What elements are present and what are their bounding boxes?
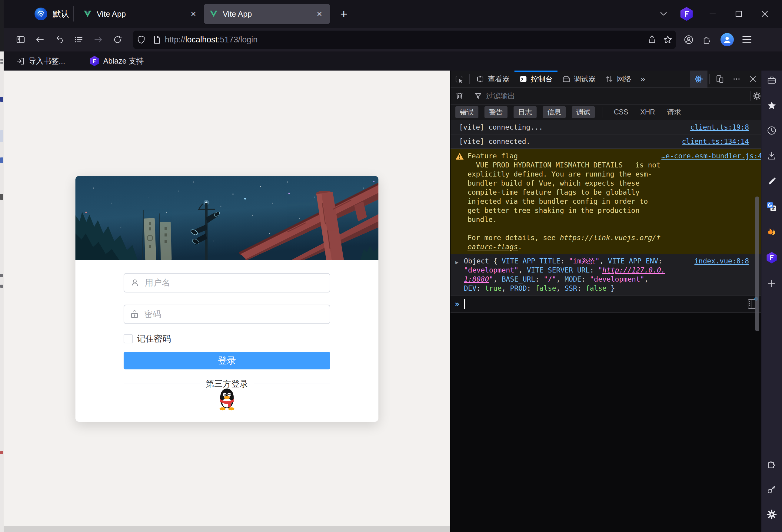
filter-xhr[interactable]: XHR [640, 108, 655, 116]
filter-errors[interactable]: 错误 [455, 106, 478, 118]
clear-console-icon[interactable] [451, 92, 467, 100]
responsive-mode-icon[interactable] [711, 71, 728, 87]
google-translate-icon[interactable] [767, 202, 777, 212]
tab-bar: 默认 Vite App × Vite App × + [4, 0, 782, 28]
new-tab-button[interactable]: + [336, 8, 351, 20]
console-settings-gear-icon[interactable] [753, 92, 761, 100]
undo-back-icon[interactable] [51, 31, 68, 48]
username-input[interactable] [144, 278, 330, 288]
console-message-row: [vite] connected. client.ts:134:14 [451, 135, 761, 149]
bookmarks-star-icon[interactable] [767, 101, 777, 111]
filter-requests[interactable]: 请求 [667, 108, 681, 117]
tab-debugger[interactable]: 调试器 [558, 71, 601, 87]
profile-button[interactable]: 默认 [34, 7, 69, 21]
shield-icon[interactable] [133, 32, 149, 47]
sidebar-toggle-icon[interactable] [12, 31, 29, 48]
tab-inspector[interactable]: 查看器 [471, 71, 514, 87]
filter-css[interactable]: CSS [614, 108, 628, 116]
filter-logs[interactable]: 日志 [513, 106, 537, 118]
vue-devtools-icon[interactable] [690, 71, 707, 87]
console-input-row[interactable]: » [451, 296, 761, 313]
profile-label: 默认 [53, 8, 69, 20]
share-icon[interactable] [644, 32, 660, 47]
filter-debug[interactable]: 调试 [572, 106, 595, 118]
ablaze-floorp-icon[interactable] [766, 252, 777, 263]
url-bar[interactable]: http://localhost:5173/login [133, 31, 676, 49]
tab-title: Vite App [223, 9, 309, 19]
floorp-logo-icon[interactable] [680, 7, 694, 21]
tab-network[interactable]: 网络 [601, 71, 636, 87]
url-text[interactable]: http://localhost:5173/login [165, 35, 644, 44]
object-preview[interactable]: Object { VITE_APP_TITLE: "im系统", VITE_AP… [460, 257, 669, 293]
source-link[interactable]: …e-core.esm-bundler.js:4285:12 [662, 151, 761, 160]
tab-label: 调试器 [574, 74, 596, 84]
forward-icon[interactable] [90, 31, 107, 48]
tab-close-icon[interactable]: × [314, 9, 324, 19]
warning-icon [455, 152, 464, 160]
tab-close-icon[interactable]: × [188, 9, 199, 19]
extensions-puzzle-icon[interactable] [702, 35, 712, 44]
url-host: localhost [185, 35, 218, 44]
list-menu-icon[interactable] [70, 31, 87, 48]
ablaze-icon [90, 56, 100, 66]
pick-element-icon[interactable] [451, 71, 467, 87]
account-icon[interactable] [683, 35, 694, 45]
console-output: [vite] connecting... client.ts:19:8 [vit… [451, 120, 761, 532]
console-prompt-icon: » [455, 299, 460, 309]
downloads-icon[interactable] [767, 151, 777, 161]
settings-gear-icon[interactable] [767, 509, 777, 520]
devtools-scrollbar[interactable] [755, 196, 759, 331]
profile-avatar[interactable] [720, 33, 734, 46]
password-field[interactable] [123, 305, 330, 324]
bookmark-label: Ablaze 支持 [103, 56, 144, 66]
passwords-key-icon[interactable] [767, 485, 777, 494]
password-input[interactable] [144, 309, 330, 319]
expand-object-icon[interactable]: ▶ [455, 257, 460, 267]
app-menu-icon[interactable] [742, 36, 751, 43]
tab-label: 控制台 [531, 74, 553, 84]
bookmark-import[interactable]: 导入书签... [14, 55, 68, 67]
navigation-toolbar: http://localhost:5173/login [4, 28, 782, 51]
login-button[interactable]: 登录 [123, 352, 330, 369]
close-window-button[interactable] [758, 7, 772, 21]
minimize-button[interactable] [706, 7, 720, 21]
bookmark-ablaze[interactable]: Ablaze 支持 [87, 55, 146, 68]
sidebar-extensions-icon[interactable] [767, 459, 777, 469]
bookmarks-toolbar: 导入书签... Ablaze 支持 [4, 51, 782, 71]
qq-login-icon[interactable] [216, 388, 238, 411]
tab-console[interactable]: 控制台 [514, 71, 558, 87]
remember-checkbox[interactable] [123, 334, 133, 343]
username-field[interactable] [123, 273, 330, 293]
source-link[interactable]: index.vue:8:8 [669, 257, 749, 266]
history-clock-icon[interactable] [767, 126, 777, 135]
console-level-filters: 错误 警告 日志 信息 调试 CSS XHR 请求 [451, 105, 761, 120]
login-card: 记住密码 登录 第三方登录 [75, 176, 379, 422]
source-link[interactable]: client.ts:19:8 [669, 123, 749, 132]
toolbox-icon[interactable] [767, 76, 777, 85]
vue-favicon [209, 10, 218, 18]
notes-pencil-icon[interactable] [767, 177, 777, 186]
text-caret [464, 299, 465, 309]
devtools-menu-icon[interactable] [728, 71, 745, 87]
source-link[interactable]: client.ts:134:14 [669, 137, 749, 146]
filter-warnings[interactable]: 警告 [485, 106, 507, 118]
maximize-button[interactable] [732, 7, 746, 21]
user-icon [130, 278, 139, 287]
list-all-tabs-icon[interactable] [660, 10, 668, 18]
reload-icon[interactable] [109, 31, 126, 48]
close-devtools-icon[interactable] [745, 71, 761, 87]
fire-icon[interactable] [767, 227, 777, 237]
devtools-panel: 查看器 控制台 调试器 网络 » [450, 71, 761, 532]
console-message: [vite] connecting... [455, 123, 669, 132]
filter-info[interactable]: 信息 [543, 106, 566, 118]
tab-vite-app-2-active[interactable]: Vite App × [204, 4, 330, 24]
tab-vite-app-1[interactable]: Vite App × [78, 4, 204, 24]
more-tabs-icon[interactable]: » [636, 71, 650, 87]
bookmark-star-icon[interactable] [660, 32, 676, 47]
page-info-icon[interactable] [149, 32, 165, 47]
back-icon[interactable] [32, 31, 48, 48]
add-panel-icon[interactable] [767, 279, 776, 288]
filter-input[interactable]: 过滤输出 [486, 91, 515, 101]
url-path: :5173/login [218, 35, 257, 44]
tab-label: 查看器 [488, 74, 510, 84]
